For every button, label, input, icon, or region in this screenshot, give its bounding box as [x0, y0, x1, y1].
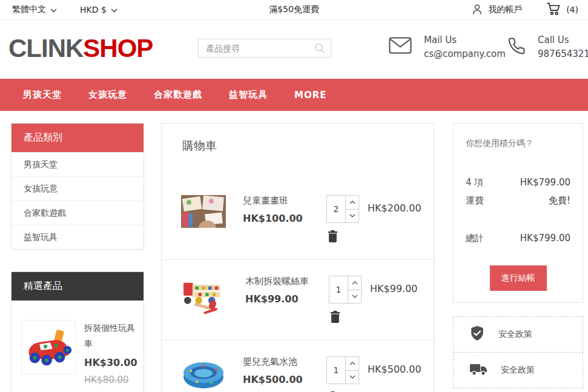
cart-icon: [546, 2, 561, 18]
featured-products-box: 精選產品 拆裝個性玩具車: [11, 271, 144, 392]
quantity-decrease-button[interactable]: [346, 370, 358, 384]
cart-item-name[interactable]: 木制拆裝螺絲車: [245, 276, 329, 287]
page: 繁體中文 HKD $ 滿$50免運費 我的帳戶: [0, 0, 588, 392]
remove-item-button[interactable]: [330, 311, 340, 325]
header: CLINKSHOP Mail Us cs@company.com: [0, 21, 588, 79]
summary-items-label: 4 項: [466, 173, 483, 191]
logo-text-gray: CLINK: [8, 34, 83, 62]
quantity-input[interactable]: [329, 276, 348, 303]
currency-selector[interactable]: HKD $: [80, 5, 117, 15]
mail-us-block[interactable]: Mail Us cs@company.com: [389, 33, 506, 61]
cart-item-row: 兒童畫畫班 HK$100.00: [162, 179, 434, 259]
call-us-number: 987654321: [538, 47, 588, 61]
policy-label: 安全政策: [501, 365, 535, 376]
user-icon: [471, 3, 483, 17]
product-categories-box: 產品類別 男孩天堂 女孩玩意 合家歡遊戲 益智玩具: [11, 123, 144, 250]
featured-product-price: HK$30.00: [84, 355, 137, 371]
cart-count: (4): [566, 5, 578, 15]
summary-shipping-label: 運費: [466, 191, 484, 210]
cart-item-unit-price: HK$500.00: [243, 374, 326, 385]
quantity-input[interactable]: [327, 196, 345, 222]
summary-total-value: HK$799.00: [520, 229, 570, 247]
my-account-label: 我的帳戶: [488, 4, 522, 15]
my-account-button[interactable]: 我的帳戶: [471, 3, 522, 17]
checkout-button[interactable]: 進行結帳: [490, 265, 547, 291]
chevron-down-icon: [111, 5, 117, 15]
order-summary-box: 你想使用積分嗎？ 4 項 HK$799.00 運費 免費! 總計 HK$799.…: [453, 123, 583, 303]
security-policy-item[interactable]: 安全政策: [453, 316, 583, 353]
featured-header: 精選產品: [12, 272, 144, 301]
mail-us-label: Mail Us: [424, 33, 506, 47]
cart-item-row: 木制拆裝螺絲車 HK$99.00: [162, 259, 434, 340]
shield-check-icon: [469, 325, 485, 344]
search-box: [198, 39, 331, 58]
cart-item-name[interactable]: 嬰兒充氣水池: [243, 356, 326, 368]
summary-items-value: HK$799.00: [520, 173, 570, 191]
quantity-increase-button[interactable]: [346, 357, 358, 370]
language-label: 繁體中文: [12, 4, 46, 15]
currency-label: HKD $: [80, 5, 107, 15]
cart-item-unit-price: HK$100.00: [243, 213, 326, 224]
summary-items-row: 4 項 HK$799.00: [466, 173, 570, 191]
quantity-stepper: [326, 356, 359, 384]
top-bar: 繁體中文 HKD $ 滿$50免運費 我的帳戶: [0, 0, 588, 20]
quantity-decrease-button[interactable]: [348, 290, 361, 304]
chevron-down-icon: [50, 5, 57, 15]
search-icon[interactable]: [314, 43, 325, 56]
category-item-family-games[interactable]: 合家歡遊戲: [12, 201, 144, 225]
category-item-educational-toys[interactable]: 益智玩具: [12, 225, 144, 249]
logo-text-red: SHOP: [83, 34, 153, 62]
search-input[interactable]: [199, 39, 331, 57]
cart-item-total: HK$99.00: [370, 276, 418, 294]
language-selector[interactable]: 繁體中文: [12, 4, 57, 15]
summary-shipping-value: 免費!: [549, 191, 570, 210]
quantity-stepper: [326, 195, 359, 223]
trash-icon: [328, 235, 338, 244]
call-us-block[interactable]: Call Us 987654321: [507, 33, 588, 61]
product-image[interactable]: [181, 356, 226, 392]
quantity-input[interactable]: [327, 357, 345, 384]
categories-header: 產品類別: [12, 124, 144, 152]
main-nav: 男孩天堂 女孩玩意 合家歡遊戲 益智玩具 MORE: [0, 79, 588, 111]
product-image[interactable]: [181, 195, 226, 230]
product-image[interactable]: [181, 276, 228, 319]
trash-icon: [330, 316, 340, 325]
cart-button[interactable]: (4): [546, 2, 578, 18]
cart-item-unit-price: HK$99.00: [245, 293, 329, 305]
mail-icon: [389, 37, 412, 56]
shipping-policy-item[interactable]: 安全政策: [453, 352, 583, 388]
summary-total-label: 總計: [466, 229, 484, 247]
nav-item-educational-toys[interactable]: 益智玩具: [229, 89, 268, 101]
policy-label: 安全政策: [498, 329, 532, 340]
nav-item-family-games[interactable]: 合家歡遊戲: [154, 89, 202, 101]
quantity-stepper: [329, 276, 362, 304]
content: 產品類別 男孩天堂 女孩玩意 合家歡遊戲 益智玩具 精選產品: [0, 111, 588, 392]
quantity-increase-button[interactable]: [348, 276, 361, 290]
category-item-boys[interactable]: 男孩天堂: [12, 152, 144, 176]
summary-total-row: 總計 HK$799.00: [466, 229, 570, 247]
shop-logo[interactable]: CLINKSHOP: [8, 34, 153, 63]
cart-item-name[interactable]: 兒童畫畫班: [243, 195, 326, 207]
remove-item-button[interactable]: [328, 230, 338, 244]
nav-item-more[interactable]: MORE: [294, 90, 326, 101]
category-item-girls[interactable]: 女孩玩意: [12, 176, 144, 201]
mail-us-address: cs@company.com: [424, 47, 506, 61]
call-us-label: Call Us: [538, 33, 588, 47]
quantity-decrease-button[interactable]: [346, 209, 358, 223]
cart-item-row: 嬰兒充氣水池 HK$500.00 顏色: 藍色: [162, 340, 434, 392]
featured-product-image[interactable]: [21, 320, 76, 374]
quantity-increase-button[interactable]: [346, 196, 358, 209]
summary-shipping-row: 運費 免費!: [466, 191, 570, 210]
nav-item-girls[interactable]: 女孩玩意: [88, 89, 127, 101]
cart-title: 購物車: [162, 124, 434, 154]
featured-product-name[interactable]: 拆裝個性玩具車: [84, 320, 137, 351]
featured-product-old-price: HK$80.00: [84, 372, 137, 388]
use-points-question[interactable]: 你想使用積分嗎？: [466, 138, 570, 149]
truck-icon: [469, 362, 487, 379]
phone-icon: [507, 37, 526, 58]
cart-item-total: HK$200.00: [368, 195, 421, 214]
nav-item-boys[interactable]: 男孩天堂: [23, 89, 62, 101]
shopping-cart-panel: 購物車: [161, 123, 434, 392]
cart-item-total: HK$500.00: [368, 356, 421, 375]
